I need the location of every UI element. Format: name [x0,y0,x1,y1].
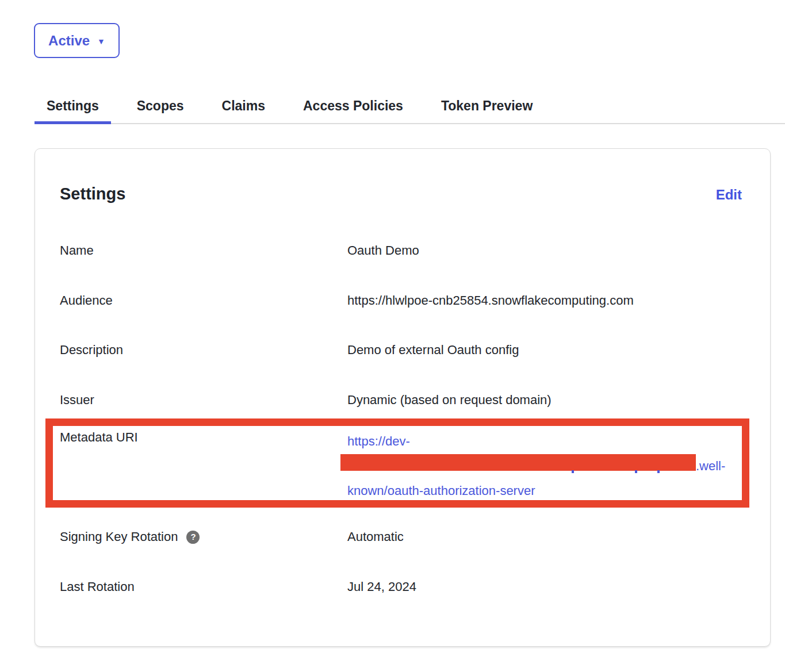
oauth-settings-page: Active ▼ Settings Scopes Claims Access P… [0,0,785,672]
field-value-description: Demo of external Oauth config [347,341,519,359]
settings-card: Settings Edit Name Oauth Demo Audience h… [35,148,771,647]
field-row-metadata-uri: Metadata URI https://dev- .well- known/o… [35,429,770,505]
field-row-name: Name Oauth Demo [35,242,770,259]
status-dropdown-button[interactable]: Active ▼ [34,23,120,58]
signing-key-rotation-label-text: Signing Key Rotation [60,528,178,546]
tab-scopes[interactable]: Scopes [125,89,196,123]
metadata-uri-line-1: https://dev- [347,429,756,454]
field-label-description: Description [60,341,123,359]
field-row-description: Description Demo of external Oauth confi… [35,341,770,359]
field-label-issuer: Issuer [60,391,94,409]
tab-access-policies[interactable]: Access Policies [291,89,415,123]
field-label-audience: Audience [60,292,113,309]
card-title: Settings [60,185,125,203]
field-label-last-rotation: Last Rotation [60,578,135,596]
edit-link[interactable]: Edit [716,187,742,203]
metadata-uri-after-redaction: .well- [696,454,725,478]
redaction-bar [340,454,696,471]
field-value-last-rotation: Jul 24, 2024 [347,578,416,596]
field-value-signing-key-rotation: Automatic [347,528,404,546]
chevron-down-icon: ▼ [97,36,105,45]
field-row-last-rotation: Last Rotation Jul 24, 2024 [35,578,770,596]
field-label-signing-key-rotation: Signing Key Rotation ? [60,528,200,546]
tab-settings[interactable]: Settings [35,89,111,123]
tab-bar: Settings Scopes Claims Access Policies T… [35,89,785,124]
metadata-uri-link[interactable]: https://dev- .well- known/oauth-authoriz… [347,429,756,503]
field-row-audience: Audience https://hlwlpoe-cnb25854.snowfl… [35,292,770,309]
redacted-text-descender [635,470,637,473]
field-value-issuer: Dynamic (based on request domain) [347,391,552,409]
metadata-uri-line-3: known/oauth-authorization-server [347,478,756,503]
field-value-audience: https://hlwlpoe-cnb25854.snowflakecomput… [347,292,634,309]
status-label: Active [48,33,90,49]
question-mark-icon[interactable]: ? [186,531,200,544]
redacted-text-descender [572,470,574,473]
tab-claims[interactable]: Claims [210,89,277,123]
redacted-text-descender [657,470,660,473]
field-value-name: Oauth Demo [347,242,419,259]
field-label-name: Name [60,242,94,259]
metadata-uri-line-2: .well- [347,454,756,478]
tab-token-preview[interactable]: Token Preview [429,89,545,123]
field-row-issuer: Issuer Dynamic (based on request domain) [35,391,770,409]
field-label-metadata-uri: Metadata URI [60,429,138,446]
field-row-signing-key-rotation: Signing Key Rotation ? Automatic [35,528,770,546]
